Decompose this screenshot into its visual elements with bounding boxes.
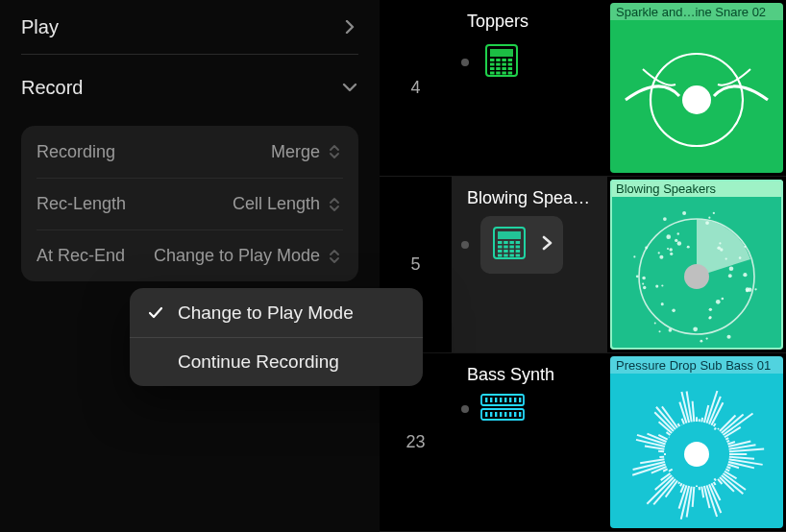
mute-dot-icon[interactable] <box>461 241 469 249</box>
clip-tile[interactable]: Blowing Speakers <box>610 180 783 350</box>
svg-point-58 <box>754 288 756 290</box>
svg-point-92 <box>669 328 673 332</box>
svg-rect-24 <box>498 246 503 249</box>
svg-rect-51 <box>509 412 511 417</box>
clip-label: Pressure Drop Sub Bass 01 <box>610 356 783 374</box>
dropdown-option-change-to-play[interactable]: Change to Play Mode <box>130 288 423 337</box>
track-name-label: Blowing Spea… <box>467 188 602 208</box>
chevron-down-icon <box>341 79 358 96</box>
svg-rect-44 <box>514 398 516 402</box>
svg-point-100 <box>725 257 727 259</box>
svg-line-161 <box>677 423 679 426</box>
clips-column: Sparkle and…ine Snare 02 Blowing Speaker… <box>607 0 786 532</box>
mute-dot-icon[interactable] <box>461 59 469 66</box>
track-header[interactable]: Blowing Spea… <box>452 177 607 353</box>
svg-point-82 <box>705 221 709 225</box>
recording-label: Recording <box>37 142 115 162</box>
chevron-right-icon <box>341 18 358 36</box>
svg-rect-27 <box>516 246 521 249</box>
svg-point-85 <box>654 322 656 324</box>
svg-rect-7 <box>496 63 501 66</box>
svg-point-60 <box>670 252 673 254</box>
svg-rect-12 <box>502 67 506 70</box>
svg-point-81 <box>675 238 677 241</box>
svg-point-75 <box>645 246 648 249</box>
svg-rect-4 <box>502 59 506 61</box>
svg-point-69 <box>719 242 721 244</box>
atrecend-setting-row[interactable]: At Rec-End Change to Play Mode <box>37 230 343 281</box>
svg-rect-49 <box>500 412 502 417</box>
svg-point-63 <box>677 232 679 234</box>
svg-point-76 <box>642 276 646 279</box>
svg-line-183 <box>726 440 729 441</box>
record-menu-row[interactable]: Record <box>21 60 358 114</box>
svg-point-95 <box>722 297 725 300</box>
atrecend-dropdown: Change to Play Mode Continue Recording <box>130 288 423 386</box>
instrument-icon <box>480 393 525 425</box>
svg-point-55 <box>682 85 711 114</box>
clip-tile[interactable]: Sparkle and…ine Snare 02 <box>610 3 783 173</box>
svg-rect-32 <box>498 254 503 257</box>
svg-rect-2 <box>490 59 495 61</box>
svg-rect-43 <box>509 398 511 402</box>
svg-rect-17 <box>508 72 513 75</box>
clip-tile[interactable]: Pressure Drop Sub Bass 01 <box>610 356 783 528</box>
svg-line-141 <box>669 469 673 471</box>
mute-dot-icon[interactable] <box>461 405 469 413</box>
updown-icon <box>326 143 343 160</box>
svg-point-94 <box>661 284 663 286</box>
recording-setting-row[interactable]: Recording Merge <box>37 126 343 178</box>
svg-point-61 <box>663 217 667 221</box>
svg-point-72 <box>655 284 658 287</box>
svg-rect-41 <box>500 398 502 402</box>
svg-point-103 <box>643 285 646 288</box>
instrument-chip[interactable] <box>480 393 525 425</box>
svg-point-78 <box>709 317 711 319</box>
play-menu-row[interactable]: Play <box>21 0 358 54</box>
atrecend-value: Change to Play Mode <box>154 246 343 266</box>
svg-point-73 <box>682 210 686 214</box>
atrecend-label: At Rec-End <box>37 246 125 266</box>
clip-waveform-icon <box>610 374 783 528</box>
clip-cell: Sparkle and…ine Snare 02 <box>607 0 786 177</box>
svg-point-87 <box>661 302 664 305</box>
svg-rect-28 <box>498 250 503 253</box>
instrument-chip[interactable] <box>480 216 563 274</box>
row-number-column: 4523 <box>380 0 452 532</box>
svg-rect-25 <box>504 246 508 249</box>
svg-rect-29 <box>504 250 508 253</box>
svg-point-98 <box>709 307 712 310</box>
svg-rect-35 <box>516 254 521 257</box>
svg-line-177 <box>718 428 719 429</box>
svg-rect-42 <box>504 398 506 402</box>
svg-point-188 <box>684 442 709 467</box>
dropdown-option-continue-recording[interactable]: Continue Recording <box>130 337 423 386</box>
chevron-right-icon <box>540 234 553 255</box>
svg-point-91 <box>659 330 661 332</box>
tracks-panel: 4523 Toppers Blowing Spea… Bass Synth <box>380 0 786 532</box>
instrument-chip[interactable] <box>480 39 523 85</box>
clip-cell: Blowing Speakers <box>607 177 786 353</box>
svg-rect-34 <box>509 254 514 257</box>
svg-rect-23 <box>516 241 521 244</box>
svg-point-106 <box>729 266 734 271</box>
svg-line-184 <box>727 442 735 444</box>
dropdown-option-label: Continue Recording <box>178 351 339 373</box>
svg-line-167 <box>693 400 695 421</box>
svg-line-121 <box>714 481 716 484</box>
recording-value: Merge <box>271 142 343 162</box>
svg-rect-31 <box>516 250 521 253</box>
svg-line-163 <box>682 418 684 423</box>
svg-rect-37 <box>481 409 524 420</box>
track-header[interactable]: Bass Synth <box>452 353 607 532</box>
svg-point-105 <box>700 339 702 342</box>
svg-line-170 <box>701 417 702 422</box>
svg-point-77 <box>633 255 635 257</box>
track-header[interactable]: Toppers <box>452 0 607 177</box>
svg-rect-10 <box>490 67 495 70</box>
reclength-label: Rec-Length <box>37 194 126 214</box>
svg-point-86 <box>672 308 675 312</box>
svg-rect-20 <box>498 241 503 244</box>
reclength-setting-row[interactable]: Rec-Length Cell Length <box>37 178 343 230</box>
record-settings-group: Recording Merge Rec-Length Cell Length A… <box>21 126 358 281</box>
